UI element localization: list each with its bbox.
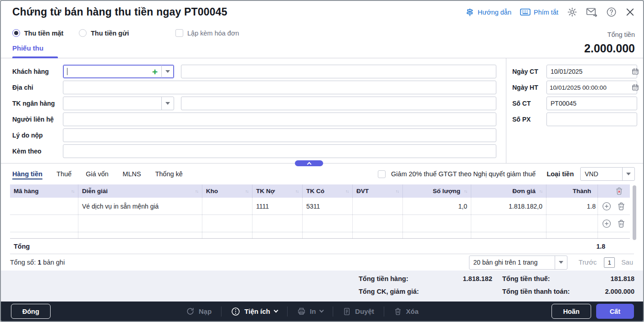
cell-ma-hang[interactable]: [10, 198, 78, 215]
customer-combobox[interactable]: +: [63, 65, 174, 78]
chevron-up-icon: [307, 162, 311, 166]
table-row-clipped: [10, 232, 630, 238]
bank-account-combobox[interactable]: [63, 97, 174, 110]
tab-cost[interactable]: Giá vốn: [86, 170, 108, 178]
chevron-down-icon: [273, 308, 278, 313]
posting-date-input[interactable]: [546, 81, 637, 94]
pagination-bar: Tổng số: 1 bản ghi 20 bản ghi trên 1 tra…: [10, 254, 634, 271]
tab-statistics[interactable]: Thống kê: [155, 170, 182, 178]
totals-panel: Tổng tiền hàng: 1.818.182 Tổng tiền thuế…: [1, 271, 643, 302]
delete-all-rows-icon[interactable]: [615, 187, 623, 195]
col-header-so-luong[interactable]: Số lượng↑↓: [403, 184, 471, 198]
col-header-ma-hang[interactable]: Mã hàng↑↓: [10, 184, 78, 198]
col-header-tk-co[interactable]: TK Có↑↓: [303, 184, 353, 198]
tab-tax[interactable]: Thuế: [57, 170, 72, 178]
bank-account-dropdown-button[interactable]: [161, 97, 174, 110]
guide-link[interactable]: Hướng dẫn: [465, 8, 511, 17]
delete-row-icon[interactable]: [617, 219, 626, 228]
cell-thanh-tien[interactable]: 1.8: [546, 198, 598, 215]
col-header-actions: [598, 184, 630, 198]
currency-select[interactable]: VND: [580, 167, 635, 181]
print-button[interactable]: In: [291, 307, 330, 316]
next-page-button[interactable]: Sau: [621, 259, 633, 266]
approve-button[interactable]: Duyệt: [336, 307, 381, 316]
chevron-down-icon: [626, 173, 631, 175]
col-header-don-gia[interactable]: Đơn giá↑↓: [471, 184, 546, 198]
reason-input[interactable]: [63, 128, 496, 142]
bank-name-input[interactable]: [181, 97, 496, 110]
collapse-form-button[interactable]: [295, 160, 323, 166]
printer-icon: [297, 307, 306, 316]
calendar-icon[interactable]: [632, 68, 639, 77]
checkbox-with-invoice-control[interactable]: [175, 29, 183, 37]
address-input[interactable]: [63, 81, 496, 94]
prev-page-button[interactable]: Trước: [579, 259, 597, 266]
shortcuts-link[interactable]: Phím tắt: [520, 8, 558, 16]
close-voucher-button[interactable]: Đóng: [11, 304, 51, 319]
cell-dien-giai[interactable]: Vé dịch vụ in sẵn mệnh giá: [78, 198, 202, 215]
radio-cash-control[interactable]: [12, 29, 20, 37]
close-icon: [625, 7, 635, 17]
add-row-icon[interactable]: [602, 219, 611, 228]
radio-bank[interactable]: Thu tiền gửi: [79, 29, 129, 37]
currency-dropdown-button[interactable]: [622, 168, 634, 180]
mail-send-icon: [586, 7, 598, 17]
col-header-dien-giai[interactable]: Diễn giải↑↓: [78, 184, 202, 198]
send-feedback-button[interactable]: [586, 7, 598, 17]
attachment-label: Kèm theo: [12, 148, 41, 155]
settings-button[interactable]: [567, 7, 577, 17]
delivery-no-input[interactable]: [546, 112, 637, 126]
signpost-icon: [465, 8, 474, 17]
vat-reduction-checkbox[interactable]: [378, 170, 386, 178]
cell-tk-co[interactable]: 5311: [303, 198, 353, 215]
cell-tk-no[interactable]: 1111: [252, 198, 303, 215]
add-row-icon[interactable]: [602, 202, 611, 211]
reload-button[interactable]: Nạp: [180, 307, 218, 316]
cell-so-luong[interactable]: 1,0: [403, 198, 471, 215]
radio-cash[interactable]: Thu tiền mặt: [12, 29, 63, 37]
current-page-box[interactable]: 1: [604, 257, 615, 268]
help-button[interactable]: [606, 7, 617, 17]
address-label: Địa chỉ: [12, 84, 33, 91]
cell-kho[interactable]: [202, 198, 252, 215]
doc-no-input[interactable]: [546, 97, 637, 110]
col-header-kho[interactable]: Kho↑↓: [202, 184, 252, 198]
delete-button[interactable]: Xóa: [387, 307, 425, 316]
calendar-icon[interactable]: [632, 84, 639, 93]
doc-date-label: Ngày CT: [512, 68, 538, 75]
utilities-button[interactable]: Tiện ích: [225, 307, 283, 316]
radio-bank-control[interactable]: [79, 29, 87, 37]
help-icon: [606, 7, 617, 17]
contact-input[interactable]: [63, 112, 496, 126]
table-scrollbar[interactable]: [633, 185, 636, 240]
col-header-dvt[interactable]: ĐVT↑↓: [353, 184, 403, 198]
tab-receipt[interactable]: Phiếu thu: [12, 44, 43, 52]
col-header-tk-no[interactable]: TK Nợ↑↓: [252, 184, 303, 198]
chevron-down-icon: [319, 308, 324, 313]
col-header-thanh-tien[interactable]: Thành: [546, 184, 598, 198]
customer-name-input[interactable]: [181, 65, 496, 78]
close-button[interactable]: [625, 7, 635, 17]
page-size-select[interactable]: 20 bản ghi trên 1 trang: [469, 256, 567, 270]
checkbox-with-invoice[interactable]: Lập kèm hóa đơn: [175, 29, 239, 37]
page-size-dropdown-button[interactable]: [555, 256, 567, 269]
table-total-amount: 1.8: [556, 243, 607, 250]
save-button[interactable]: Cất: [596, 304, 634, 319]
tab-mlns[interactable]: MLNS: [123, 170, 141, 178]
discount-total-label: Tổng CK, giảm giá:: [359, 288, 419, 295]
gear-icon: [567, 7, 577, 17]
sales-voucher-window: Chứng từ bán hàng thu tiền ngay PT00045 …: [0, 0, 644, 322]
attachment-input[interactable]: [63, 144, 496, 158]
chevron-down-icon: [165, 70, 170, 73]
add-customer-icon[interactable]: +: [152, 67, 158, 77]
cell-dvt[interactable]: [353, 198, 403, 215]
tab-goods-money[interactable]: Hàng tiền: [12, 170, 42, 178]
delivery-no-label: Số PX: [512, 116, 531, 123]
postpone-button[interactable]: Hoãn: [551, 304, 591, 319]
doc-date-input[interactable]: [546, 65, 637, 78]
reason-label: Lý do nộp: [12, 132, 43, 139]
delete-row-icon[interactable]: [617, 202, 626, 211]
customer-dropdown-button[interactable]: [161, 65, 174, 78]
cell-don-gia[interactable]: 1.818.182,0: [471, 198, 546, 215]
line-items-table: Mã hàng↑↓ Diễn giải↑↓ Kho↑↓ TK Nợ↑↓ TK C…: [10, 184, 630, 254]
